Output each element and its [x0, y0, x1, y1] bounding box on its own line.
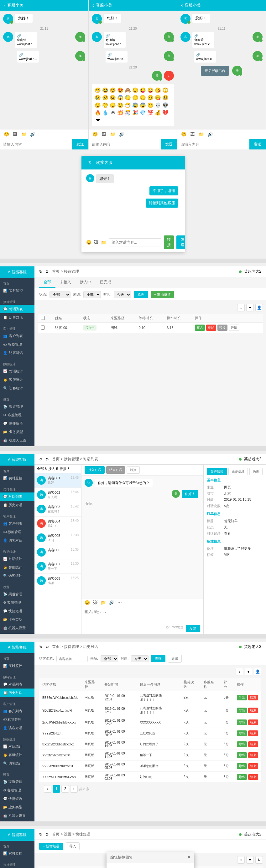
refresh-icon-4[interactable]: ↻	[39, 832, 42, 837]
export-row-button[interactable]: 导出	[237, 731, 247, 736]
sidebar-item-agent-stats[interactable]: 👨 客服统计	[0, 375, 34, 384]
sidebar-item-h3[interactable]: 📋 历史对话	[0, 688, 34, 697]
transfer-button[interactable]: 转接	[164, 236, 174, 249]
end-row-button[interactable]: 结束	[248, 695, 258, 701]
send-button-3[interactable]: 发送	[249, 139, 266, 150]
emoji-item[interactable]: 😋	[155, 94, 161, 101]
import-button[interactable]: 导入	[66, 842, 80, 850]
user-icon-3[interactable]: 👤	[254, 668, 261, 675]
detail-tab-order[interactable]: 更多信息	[229, 468, 248, 475]
emoji-item[interactable]: 😁	[94, 87, 101, 93]
image-msg-icon[interactable]: 🖼	[93, 600, 98, 605]
tab-done[interactable]: 已完成	[96, 277, 115, 288]
emoji-item[interactable]: 😞	[139, 94, 146, 101]
filter-icon-4[interactable]: ▼	[246, 856, 254, 864]
end-row-button[interactable]: 结束	[248, 774, 258, 780]
accept-chat-button[interactable]: 接入对话	[85, 466, 105, 474]
emoji-item[interactable]: 😘	[155, 87, 161, 93]
emoji-item[interactable]: 😢	[94, 94, 101, 101]
list-item[interactable]: 访 访客003 在线吗？ 13:42	[34, 502, 81, 517]
emoji-item[interactable]: 😉	[94, 102, 101, 108]
emoji-item[interactable]: 😏	[147, 94, 154, 101]
emoji-item[interactable]: 😶	[147, 102, 154, 108]
accept-button[interactable]: 接入	[195, 324, 205, 331]
emoji-item[interactable]: 😩	[109, 94, 116, 101]
folder-icon[interactable]: 📁	[109, 131, 115, 137]
emoji-item[interactable]: 💎	[139, 109, 146, 116]
filter-select-3[interactable]: 全部	[101, 655, 118, 662]
sidebar-item-astats-2[interactable]: 👨 客服统计	[0, 563, 34, 571]
back-arrow-icon-1[interactable]: ‹	[4, 2, 5, 8]
reject-button[interactable]: 拒绝	[206, 324, 216, 331]
back-arrow-icon-2[interactable]: ‹	[92, 2, 94, 8]
image-icon[interactable]: 🖼	[12, 131, 18, 137]
emoji-item[interactable]: 💧	[102, 109, 109, 116]
emoji-item[interactable]: 😌	[109, 102, 116, 108]
sidebar-item-as3[interactable]: 👨 客服统计	[0, 751, 34, 759]
emoji-item[interactable]: 😨	[139, 102, 146, 108]
sidebar-item-visitor[interactable]: 👤 访客对话	[0, 349, 34, 357]
filter-icon-3[interactable]: ▼	[245, 668, 252, 675]
end-row-button[interactable]: 结束	[248, 752, 258, 758]
sound-icon[interactable]: 🔊	[207, 131, 213, 137]
emoji-item[interactable]: 💀	[155, 102, 161, 108]
sidebar-item-business[interactable]: 📂 业务类型	[0, 428, 34, 436]
emoji-item[interactable]: 👽	[162, 102, 169, 108]
sidebar-item-ph-2[interactable]: 💬 快捷短语	[0, 607, 34, 615]
list-item[interactable]: 访 访客008 感谢 13:25	[34, 574, 81, 588]
settings-icon[interactable]: ⚙	[46, 270, 49, 274]
emoji-item[interactable]: 😢	[102, 94, 109, 101]
add-phrase-button[interactable]: + 新增短语	[39, 843, 63, 850]
sidebar-item-tag-2[interactable]: 🏷 标签管理	[0, 528, 34, 536]
export-row-button[interactable]: 导出	[237, 774, 247, 780]
filter-input-name[interactable]	[56, 656, 88, 662]
emoji-item[interactable]: 🙈	[124, 87, 131, 93]
sidebar-item-tags[interactable]: 🏷 标签管理	[0, 340, 34, 349]
chat-input-1[interactable]	[0, 140, 72, 149]
next-page-btn[interactable]: ›	[70, 785, 78, 793]
folder-icon-dialog[interactable]: 📁	[101, 239, 106, 245]
emoji-icon[interactable]: 😊	[181, 131, 187, 137]
sidebar-item-cust-2[interactable]: 👥 客户列表	[0, 519, 34, 528]
sidebar-item-history[interactable]: 📋 历史对话	[0, 313, 34, 322]
sidebar-item-vs3[interactable]: 🔍 访客统计	[0, 759, 34, 768]
sidebar-item-dialog-list[interactable]: 💬 对话列表	[0, 305, 34, 313]
sidebar-item-phrases[interactable]: 💬 快捷短语	[0, 419, 34, 428]
refresh-icon-4b[interactable]: ↻	[255, 856, 263, 864]
emoji-icon-dialog[interactable]: 😊	[86, 239, 91, 245]
tab-all[interactable]: 全部	[39, 277, 55, 288]
chat-input-2[interactable]	[89, 140, 161, 149]
emoji-item[interactable]: 😰	[132, 102, 139, 108]
emoji-item[interactable]: ❄	[109, 109, 116, 116]
sidebar-item-history-2[interactable]: 📋 历史对话	[0, 501, 34, 509]
emoji-item[interactable]: 😵	[117, 102, 124, 108]
sidebar-item-m3[interactable]: 📊 实时监控	[0, 662, 34, 670]
sidebar-item-ch3[interactable]: 📡 渠道管理	[0, 778, 34, 786]
sidebar-item-channel[interactable]: 📡 渠道管理	[0, 402, 34, 411]
chat-input-3[interactable]	[177, 140, 249, 149]
announce-button[interactable]: 开启屏蔽示台	[201, 66, 229, 76]
sort-icon-3[interactable]: ↕	[236, 668, 243, 675]
export-row-button[interactable]: 导出	[237, 719, 247, 725]
sidebar-item-monitor[interactable]: 📊 实时监控	[0, 286, 34, 295]
page-btn-1[interactable]: 1	[53, 785, 60, 793]
emoji-item[interactable]: 😊	[109, 87, 116, 93]
dialog-send-button[interactable]: 发送	[177, 236, 185, 249]
send-button-1[interactable]: 发送	[72, 139, 88, 150]
refresh-icon-2[interactable]: ↻	[39, 457, 42, 462]
sidebar-item-visitor-stats[interactable]: 🔍 访客统计	[0, 384, 34, 393]
sidebar-item-chan-2[interactable]: 📡 渠道管理	[0, 590, 34, 598]
emoji-item[interactable]: 😝	[139, 87, 146, 93]
image-icon[interactable]: 🖼	[101, 131, 107, 137]
export-row-button[interactable]: 导出	[237, 763, 247, 769]
emoji-item[interactable]: 💯	[147, 109, 154, 116]
folder-icon[interactable]: 📁	[21, 131, 27, 137]
filter-select-source[interactable]: 全部	[83, 291, 101, 298]
end-row-button[interactable]: 结束	[248, 719, 258, 725]
filter-select-3b[interactable]: 今天	[131, 655, 149, 662]
sidebar-item-b3[interactable]: 📂 业务类型	[0, 803, 34, 811]
emoji-item[interactable]: 🔥	[94, 109, 101, 116]
emoji-item[interactable]: 😃	[162, 94, 169, 101]
sidebar-item-agm-2[interactable]: ⚙ 客服管理	[0, 598, 34, 607]
refresh-icon-3[interactable]: ↻	[39, 645, 42, 649]
